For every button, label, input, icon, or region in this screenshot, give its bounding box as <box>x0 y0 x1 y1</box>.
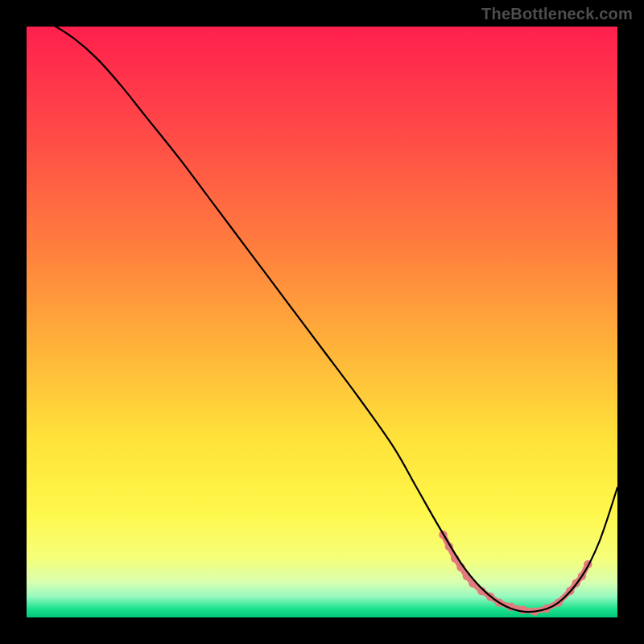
chart-stage: TheBottleneck.com <box>0 0 644 644</box>
watermark-text: TheBottleneck.com <box>481 5 633 23</box>
bottleneck-chart <box>27 27 617 617</box>
chart-background <box>27 27 617 617</box>
